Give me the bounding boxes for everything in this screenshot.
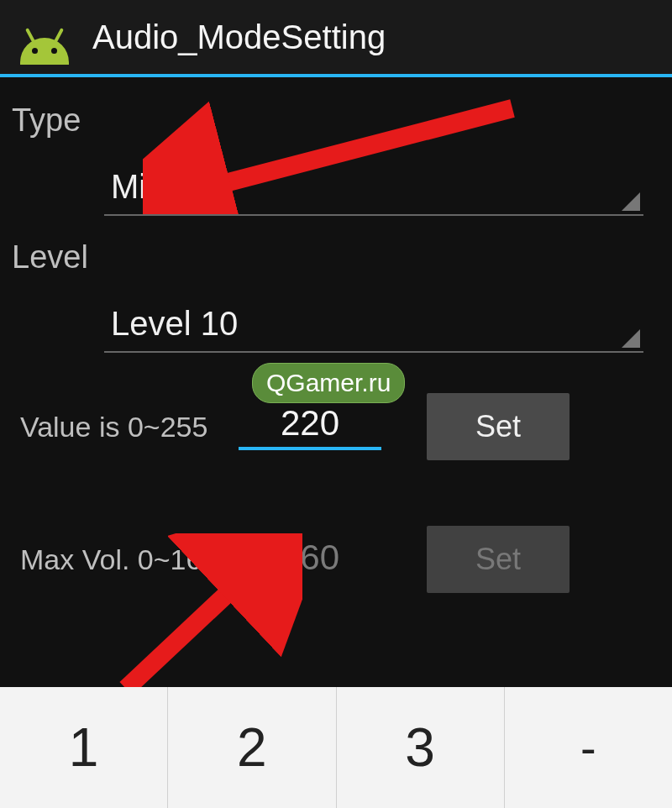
- level-spinner[interactable]: Level 10: [104, 296, 643, 353]
- app-header: Audio_ModeSetting: [0, 0, 672, 77]
- key-1[interactable]: 1: [0, 687, 168, 808]
- key-2[interactable]: 2: [168, 687, 336, 808]
- type-label: Type: [12, 102, 660, 139]
- maxvol-row: Max Vol. 0~160 160 Set: [12, 526, 660, 593]
- key-3[interactable]: 3: [337, 687, 505, 808]
- value-row: Value is 0~255 220 Set: [12, 393, 660, 460]
- set-button[interactable]: Set: [427, 393, 570, 460]
- content-area: Type Mic Level Level 10 Value is 0~255 2…: [0, 77, 672, 593]
- value-label: Value is 0~255: [20, 411, 239, 443]
- level-value: Level 10: [111, 305, 238, 343]
- chevron-down-icon: [622, 329, 640, 348]
- android-icon: [17, 9, 72, 65]
- maxvol-input[interactable]: 160: [239, 538, 381, 581]
- level-label: Level: [12, 239, 660, 275]
- app-title: Audio_ModeSetting: [92, 18, 386, 56]
- numeric-keyboard: 1 2 3 -: [0, 687, 672, 808]
- key-minus[interactable]: -: [505, 687, 672, 808]
- type-spinner[interactable]: Mic: [104, 159, 643, 216]
- watermark-badge: QGamer.ru: [252, 363, 405, 403]
- chevron-down-icon: [622, 192, 640, 211]
- maxvol-set-button[interactable]: Set: [427, 526, 570, 593]
- maxvol-label: Max Vol. 0~160: [20, 543, 239, 576]
- type-value: Mic: [111, 168, 163, 206]
- value-input[interactable]: 220: [239, 403, 381, 450]
